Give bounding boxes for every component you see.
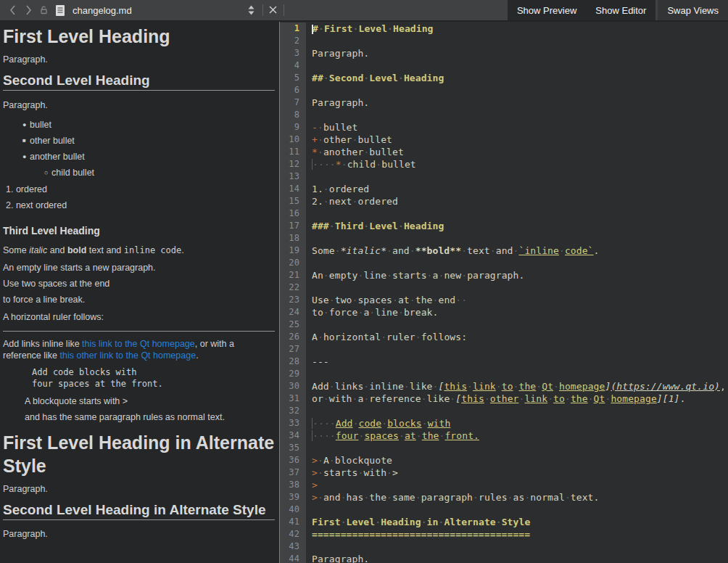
editor-line[interactable]: 26A·horizontal·ruler·follows: bbox=[280, 331, 728, 343]
editor-line[interactable]: 37>·starts·with·> bbox=[280, 467, 728, 479]
editor-line[interactable]: 4 bbox=[280, 59, 728, 72]
markdown-editor-pane[interactable]: 1#·First·Level·Heading23Paragraph.45##·S… bbox=[279, 22, 728, 563]
line-content bbox=[306, 84, 312, 96]
editor-line[interactable]: 141.·ordered bbox=[280, 183, 728, 195]
editor-line[interactable]: 18 bbox=[280, 232, 728, 244]
line-number: 1 bbox=[280, 22, 306, 35]
editor-line[interactable]: 20 bbox=[280, 257, 728, 269]
preview-paragraph: to force a line break. bbox=[3, 295, 275, 305]
markdown-preview-pane[interactable]: First Level Heading Paragraph. Second Le… bbox=[0, 22, 279, 563]
editor-line[interactable]: 16 bbox=[280, 207, 728, 220]
lock-button[interactable] bbox=[36, 1, 52, 19]
editor-line[interactable]: 3Paragraph. bbox=[280, 47, 728, 59]
line-number: 23 bbox=[280, 294, 306, 306]
editor-line[interactable]: 11*·another·bullet bbox=[280, 146, 728, 158]
editor-line[interactable]: 21An·empty·line·starts·a·new·paragraph. bbox=[280, 269, 728, 282]
line-content: or·with·a·reference·like·[this·other·lin… bbox=[306, 393, 685, 405]
editor-line[interactable]: 22 bbox=[280, 282, 728, 294]
editor-line[interactable]: 32 bbox=[280, 405, 728, 417]
qt-homepage-link[interactable]: this link to the Qt homepage bbox=[82, 339, 195, 349]
line-content: Use·two·spaces·at·the·end·· bbox=[306, 294, 467, 306]
editor-line[interactable]: 8 bbox=[280, 109, 728, 121]
editor-line[interactable]: 30Add·links·inline·like·[this·link·to·th… bbox=[280, 380, 728, 393]
close-icon bbox=[269, 6, 277, 14]
list-item: ○child bullet bbox=[44, 165, 275, 181]
line-content: >·starts·with·> bbox=[306, 467, 398, 479]
close-document-button[interactable] bbox=[266, 5, 281, 16]
preview-h1: First Level Heading bbox=[3, 25, 275, 48]
show-preview-button[interactable]: Show Preview bbox=[508, 0, 586, 20]
line-number: 14 bbox=[280, 183, 306, 195]
editor-line[interactable]: 40 bbox=[280, 504, 728, 516]
line-number: 21 bbox=[280, 269, 306, 282]
editor-line[interactable]: 28--- bbox=[280, 356, 728, 368]
line-content: 1.·ordered bbox=[306, 183, 369, 195]
editor-line[interactable]: 1#·First·Level·Heading bbox=[280, 22, 728, 35]
preview-ordered-list: 1. ordered 2. next ordered bbox=[3, 181, 275, 213]
editor-line[interactable]: 31or·with·a·reference·like·[this·other·l… bbox=[280, 393, 728, 405]
editor-line[interactable]: 41First·Level·Heading·in·Alternate·Style bbox=[280, 516, 728, 528]
swap-views-button[interactable]: Swap Views bbox=[658, 0, 728, 20]
editor-line[interactable]: 152.·next·ordered bbox=[280, 195, 728, 207]
line-number: 25 bbox=[280, 319, 306, 331]
editor-line[interactable]: 6 bbox=[280, 84, 728, 96]
line-content: ····Add·code·blocks·with bbox=[306, 417, 450, 430]
line-content bbox=[306, 343, 312, 356]
editor-line[interactable]: 23Use·two·spaces·at·the·end·· bbox=[280, 294, 728, 306]
editor-line[interactable]: 36>·A·blockquote bbox=[280, 454, 728, 467]
preview-paragraph: Some italic and bold text and inline cod… bbox=[3, 245, 275, 256]
editor-line[interactable]: 43 bbox=[280, 541, 728, 553]
editor-line[interactable]: 2 bbox=[280, 35, 728, 47]
document-dropdown-button[interactable] bbox=[244, 1, 260, 19]
editor-line[interactable]: 5##·Second·Level·Heading bbox=[280, 72, 728, 84]
back-button[interactable] bbox=[4, 1, 20, 19]
line-content bbox=[306, 35, 312, 47]
forward-button[interactable] bbox=[20, 1, 36, 19]
editor-line[interactable]: 12····*·child·bullet bbox=[280, 158, 728, 170]
line-number: 9 bbox=[280, 121, 306, 133]
editor-line[interactable]: 13 bbox=[280, 170, 728, 183]
editor-line[interactable]: 33····Add·code·blocks·with bbox=[280, 417, 728, 430]
line-number: 15 bbox=[280, 195, 306, 207]
show-editor-button[interactable]: Show Editor bbox=[586, 0, 655, 20]
preview-h2-alternate: Second Level Heading in Alternate Style bbox=[3, 501, 275, 520]
line-number: 30 bbox=[280, 380, 306, 393]
preview-links-paragraph: Add links inline like this link to the Q… bbox=[3, 338, 275, 361]
file-type-button[interactable] bbox=[52, 1, 68, 19]
editor-line[interactable]: 19Some·*italic*·and·**bold**·text·and·`i… bbox=[280, 244, 728, 257]
line-content: >·A·blockquote bbox=[306, 454, 392, 467]
editor-line[interactable]: 17###·Third·Level·Heading bbox=[280, 220, 728, 232]
preview-paragraph: Paragraph. bbox=[3, 100, 275, 111]
preview-h1-alternate: First Level Heading in Alternate Style bbox=[3, 431, 275, 477]
list-item: ●another bullet bbox=[22, 149, 275, 165]
editor-line[interactable]: 34····four·spaces·at·the·front. bbox=[280, 430, 728, 442]
editor-line[interactable]: 27 bbox=[280, 343, 728, 356]
disc-bullet-icon: ● bbox=[22, 149, 30, 165]
editor-line[interactable]: 25 bbox=[280, 319, 728, 331]
line-number: 42 bbox=[280, 528, 306, 541]
editor-line[interactable]: 9-·bullet bbox=[280, 121, 728, 133]
line-content bbox=[306, 442, 312, 454]
editor-line[interactable]: 7Paragraph. bbox=[280, 96, 728, 109]
editor-line[interactable]: 10+·other·bullet bbox=[280, 133, 728, 146]
document-tab-title[interactable]: changelog.md bbox=[73, 5, 132, 16]
editor-line[interactable]: 38> bbox=[280, 479, 728, 491]
line-number: 18 bbox=[280, 232, 306, 244]
line-content bbox=[306, 282, 312, 294]
editor-line[interactable]: 24to·force·a·line·break. bbox=[280, 306, 728, 319]
editor-line[interactable]: 42====================================== bbox=[280, 528, 728, 541]
lock-open-icon bbox=[39, 5, 49, 15]
editor-line[interactable]: 39>·and·has·the·same·paragraph·rules·as·… bbox=[280, 491, 728, 504]
square-bullet-icon: ■ bbox=[22, 133, 30, 149]
editor-line[interactable]: 35 bbox=[280, 442, 728, 454]
editor-line[interactable]: 44Paragraph. bbox=[280, 553, 728, 563]
qt-homepage-reference-link[interactable]: this other link to the Qt homepage bbox=[60, 350, 197, 361]
list-item: ■other bullet bbox=[22, 133, 275, 149]
line-content: ····*·child·bullet bbox=[306, 158, 416, 170]
split-view: First Level Heading Paragraph. Second Le… bbox=[0, 22, 728, 563]
line-number: 2 bbox=[280, 35, 306, 47]
editor-line[interactable]: 29 bbox=[280, 368, 728, 380]
preview-h3: Third Level Heading bbox=[3, 225, 275, 237]
list-item: ●bullet bbox=[22, 117, 275, 133]
line-number: 33 bbox=[280, 417, 306, 430]
